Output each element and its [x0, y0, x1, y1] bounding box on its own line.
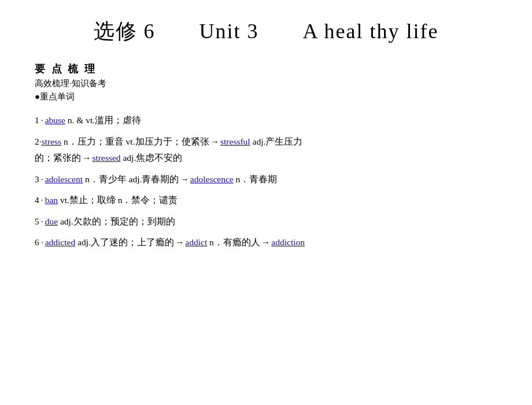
item-num-4: 4: [35, 195, 39, 205]
section-header: 要 点 梳 理: [35, 62, 497, 76]
page-container: 选修 6 Unit 3 A heal thy life 要 点 梳 理 高效梳理…: [0, 0, 532, 405]
item-num-5: 5: [35, 216, 39, 226]
vocab-item-5: 5·due adj.欠款的；预定的；到期的: [35, 214, 497, 229]
bullet-header: ●重点单词: [35, 91, 497, 102]
vocab-item-1: 1·abuse n. & vt.滥用；虐待: [35, 113, 497, 128]
word-addiction[interactable]: addiction: [271, 237, 305, 247]
title-unit: Unit 3 A heal thy life: [200, 20, 439, 43]
item-num-1: 1: [35, 115, 39, 125]
title-cn: 选修 6: [94, 20, 200, 43]
section-subheader: 高效梳理·知识备考: [35, 78, 497, 89]
vocab-item-4: 4·ban vt.禁止；取缔 n．禁令；谴责: [35, 193, 497, 208]
vocab-list: 1·abuse n. & vt.滥用；虐待 2·stress n．压力；重音 v…: [35, 113, 497, 251]
word-ban[interactable]: ban: [45, 195, 58, 205]
word-stress[interactable]: stress: [42, 137, 61, 146]
vocab-item-6: 6·addicted adj.入了迷的；上了瘾的→addict n．有瘾的人→a…: [35, 235, 497, 250]
vocab-item-3: 3·adolescent n．青少年 adj.青春期的→adolescence …: [35, 172, 497, 187]
vocab-item-2: 2·stress n．压力；重音 vt.加压力于；使紧张→stressful a…: [35, 134, 497, 166]
word-stressful[interactable]: stressful: [220, 137, 250, 146]
word-adolescence[interactable]: adolescence: [190, 174, 234, 184]
word-adolescent[interactable]: adolescent: [45, 174, 83, 184]
word-due[interactable]: due: [45, 216, 58, 226]
item-num-3: 3: [35, 174, 39, 184]
word-stressed[interactable]: stressed: [93, 153, 121, 163]
item-num-6: 6: [35, 237, 39, 247]
page-title: 选修 6 Unit 3 A heal thy life: [35, 17, 497, 46]
word-addict[interactable]: addict: [185, 237, 207, 247]
item-2-line2: 的；紧张的→stressed adj.焦虑不安的: [35, 150, 497, 166]
item-2-line1: 2·stress n．压力；重音 vt.加压力于；使紧张→stressful a…: [35, 134, 497, 150]
word-addicted[interactable]: addicted: [45, 237, 76, 247]
word-abuse[interactable]: abuse: [45, 115, 65, 125]
item-num-2: 2: [35, 137, 39, 146]
